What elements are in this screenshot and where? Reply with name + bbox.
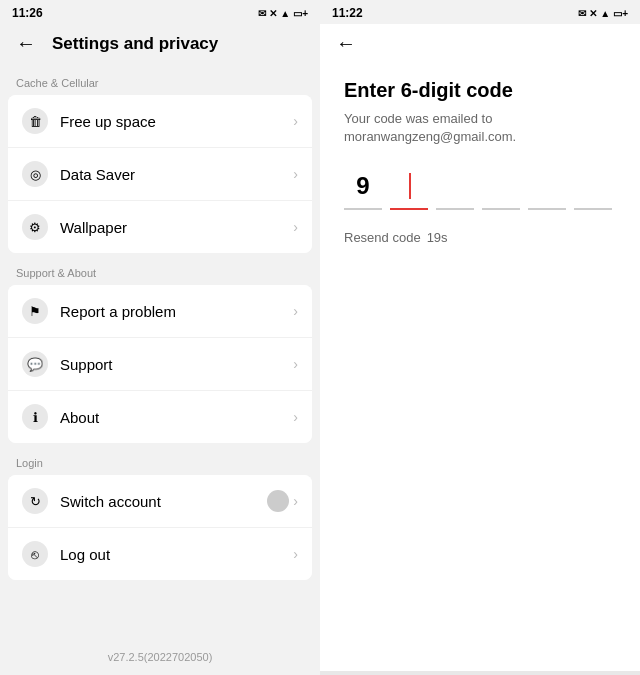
menu-item-switch-account[interactable]: ↻ Switch account › bbox=[8, 475, 312, 528]
page-title-left: Settings and privacy bbox=[52, 34, 218, 54]
time-right: 11:22 bbox=[332, 6, 363, 20]
digit-box-5[interactable] bbox=[528, 170, 566, 210]
menu-item-report-problem[interactable]: ⚑ Report a problem › bbox=[8, 285, 312, 338]
right-header: ← bbox=[320, 24, 640, 71]
chevron-icon-logout: › bbox=[293, 546, 298, 562]
battery-icon-right: ▭+ bbox=[613, 8, 628, 19]
wallpaper-label: Wallpaper bbox=[60, 219, 293, 236]
chevron-icon-about: › bbox=[293, 409, 298, 425]
digit-box-3[interactable] bbox=[436, 170, 474, 210]
status-icons-left: ✉ ✕ ▲ ▭+ bbox=[258, 8, 308, 19]
info-icon: ℹ bbox=[22, 404, 48, 430]
about-label: About bbox=[60, 409, 293, 426]
data-saver-icon: ◎ bbox=[22, 161, 48, 187]
support-label: Support bbox=[60, 356, 293, 373]
resend-row: Resend code 19s bbox=[344, 226, 616, 249]
mail-icon-right: ✉ bbox=[578, 8, 586, 19]
chevron-icon-data-saver: › bbox=[293, 166, 298, 182]
digit-box-4[interactable] bbox=[482, 170, 520, 210]
support-icon: 💬 bbox=[22, 351, 48, 377]
code-inputs-row: 9 bbox=[344, 170, 616, 210]
code-subtitle: Your code was emailed to moranwangzeng@g… bbox=[344, 110, 616, 146]
wifi-icon: ▲ bbox=[280, 8, 290, 19]
digit-display-1: 9 bbox=[356, 164, 369, 208]
avatar bbox=[267, 490, 289, 512]
status-bar-left: 11:26 ✉ ✕ ▲ ▭+ bbox=[0, 0, 320, 24]
menu-item-wallpaper[interactable]: ⚙ Wallpaper › bbox=[8, 201, 312, 253]
digit-box-2[interactable] bbox=[390, 170, 428, 210]
digit-box-1[interactable]: 9 bbox=[344, 170, 382, 210]
chevron-icon-report: › bbox=[293, 303, 298, 319]
code-entry-section: Enter 6-digit code Your code was emailed… bbox=[320, 71, 640, 249]
wallpaper-icon: ⚙ bbox=[22, 214, 48, 240]
menu-item-support[interactable]: 💬 Support › bbox=[8, 338, 312, 391]
x-icon-right: ✕ bbox=[589, 8, 597, 19]
section-label-support: Support & About bbox=[0, 257, 320, 285]
menu-item-data-saver[interactable]: ◎ Data Saver › bbox=[8, 148, 312, 201]
menu-group-cache: 🗑 Free up space › ◎ Data Saver › ⚙ Wallp… bbox=[8, 95, 312, 253]
right-panel: 11:22 ✉ ✕ ▲ ▭+ ← Enter 6-digit code Your… bbox=[320, 0, 640, 675]
logout-label: Log out bbox=[60, 546, 293, 563]
code-title: Enter 6-digit code bbox=[344, 79, 616, 102]
bottom-divider bbox=[320, 671, 640, 675]
resend-timer: 19s bbox=[427, 230, 448, 245]
battery-icon: ▭+ bbox=[293, 8, 308, 19]
switch-account-meta: › bbox=[267, 490, 298, 512]
switch-account-label: Switch account bbox=[60, 493, 267, 510]
menu-item-free-space[interactable]: 🗑 Free up space › bbox=[8, 95, 312, 148]
cursor-indicator bbox=[409, 173, 411, 199]
status-icons-right: ✉ ✕ ▲ ▭+ bbox=[578, 8, 628, 19]
digit-display-2 bbox=[407, 164, 411, 208]
chevron-icon-wallpaper: › bbox=[293, 219, 298, 235]
back-button-left[interactable]: ← bbox=[16, 32, 36, 55]
switch-account-icon: ↻ bbox=[22, 488, 48, 514]
trash-icon: 🗑 bbox=[22, 108, 48, 134]
menu-item-about[interactable]: ℹ About › bbox=[8, 391, 312, 443]
mail-icon: ✉ bbox=[258, 8, 266, 19]
status-bar-right: 11:22 ✉ ✕ ▲ ▭+ bbox=[320, 0, 640, 24]
free-space-label: Free up space bbox=[60, 113, 293, 130]
wifi-icon-right: ▲ bbox=[600, 8, 610, 19]
left-panel: 11:26 ✉ ✕ ▲ ▭+ ← Settings and privacy Ca… bbox=[0, 0, 320, 675]
flag-icon: ⚑ bbox=[22, 298, 48, 324]
x-icon: ✕ bbox=[269, 8, 277, 19]
resend-code-button[interactable]: Resend code bbox=[344, 230, 421, 245]
chevron-icon-switch: › bbox=[293, 493, 298, 509]
data-saver-label: Data Saver bbox=[60, 166, 293, 183]
settings-header: ← Settings and privacy bbox=[0, 24, 320, 67]
chevron-icon-free-space: › bbox=[293, 113, 298, 129]
logout-icon: ⎋ bbox=[22, 541, 48, 567]
chevron-icon-support: › bbox=[293, 356, 298, 372]
digit-value-1: 9 bbox=[356, 172, 369, 200]
digit-box-6[interactable] bbox=[574, 170, 612, 210]
time-left: 11:26 bbox=[12, 6, 43, 20]
version-text: v27.2.5(2022702050) bbox=[0, 639, 320, 675]
report-problem-label: Report a problem bbox=[60, 303, 293, 320]
menu-group-login: ↻ Switch account › ⎋ Log out › bbox=[8, 475, 312, 580]
menu-item-logout[interactable]: ⎋ Log out › bbox=[8, 528, 312, 580]
back-button-right[interactable]: ← bbox=[336, 32, 356, 55]
menu-group-support: ⚑ Report a problem › 💬 Support › ℹ About… bbox=[8, 285, 312, 443]
section-label-cache: Cache & Cellular bbox=[0, 67, 320, 95]
section-label-login: Login bbox=[0, 447, 320, 475]
